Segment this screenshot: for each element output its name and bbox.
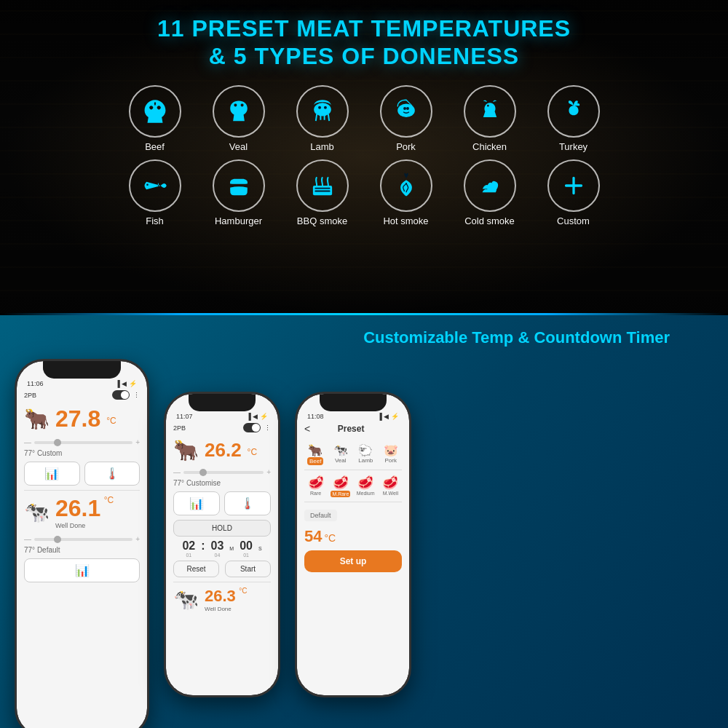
svg-rect-12 <box>314 190 330 191</box>
phone-2-status-bar: 11:07 ▐ ◀ ⚡ <box>166 411 278 422</box>
phone-2-thermo-btn[interactable]: 🌡️ <box>224 491 271 515</box>
bbq-smoke-label: BBQ smoke <box>297 215 347 226</box>
meat-item-custom[interactable]: Custom <box>537 159 610 226</box>
phone-2-temp1: 26.2 <box>205 439 242 462</box>
phone-1-toggle-dot <box>121 391 129 399</box>
phone-1-signal: ▐ ◀ ⚡ <box>116 380 137 387</box>
phone-1-toggle-row: ⋮ <box>112 390 140 400</box>
veal-icon <box>223 96 254 127</box>
meat-item-pork[interactable]: Pork <box>370 85 443 152</box>
hamburger-icon-circle <box>213 159 265 212</box>
phone-2-cow-icon: 🐂 <box>173 438 199 462</box>
phone-1-header: 2PB ⋮ <box>17 389 147 401</box>
phone-3-beef-icon: 🐂 <box>308 443 323 457</box>
phone-3-pork-item[interactable]: 🐷 Pork <box>380 443 403 465</box>
phone-1-chart-btn[interactable]: 📊 <box>24 462 80 486</box>
chicken-label: Chicken <box>472 141 507 152</box>
turkey-icon <box>558 96 589 127</box>
phone-1-slider2[interactable]: — + <box>24 535 140 543</box>
phone-2-content: 🐂 26.2 °C — + 77° Customise 📊 🌡️ HOLD <box>166 434 278 695</box>
bbq-smoke-icon <box>307 170 338 201</box>
phone-2-thumb <box>199 469 207 476</box>
phone-3-setup-btn[interactable]: Set up <box>304 550 402 572</box>
meat-item-veal[interactable]: Veal <box>202 85 275 152</box>
phone-3-screen: 11:08 ▐ ◀ ⚡ < Preset 🐂 Beef 🐄 Veal <box>297 394 409 695</box>
meat-item-fish[interactable]: Fish <box>119 159 191 226</box>
phone-3-lamb-item[interactable]: 🐑 Lamb <box>355 443 377 465</box>
phone-3-lamb-label: Lamb <box>358 457 373 464</box>
phone-1-toggle[interactable] <box>112 390 130 400</box>
phone-1-content: 🐂 27.8 °C — + 77° Custom 📊 🌡️ <box>17 401 147 728</box>
phone-3-back[interactable]: < <box>304 423 310 435</box>
phone-2-temp2: 26.3 <box>205 587 236 605</box>
cold-smoke-icon-circle <box>464 159 516 212</box>
fish-icon-circle <box>129 159 181 212</box>
pork-label: Pork <box>396 141 416 152</box>
meat-icons-grid: Beef Veal <box>119 85 610 226</box>
phone-3-medium-item[interactable]: 🥩 Medium <box>355 475 377 497</box>
phone-3-meat-grid: 🐂 Beef 🐄 Veal 🐑 Lamb 🐷 Pork <box>304 443 402 465</box>
svg-rect-9 <box>230 189 248 191</box>
meat-item-beef[interactable]: Beef <box>119 85 191 152</box>
phone-2-unit1: °C <box>248 447 257 457</box>
meat-item-chicken[interactable]: Chicken <box>454 85 526 152</box>
phone-2-chart-btn[interactable]: 📊 <box>173 491 220 515</box>
phone-2-timer-m-sub: 04 <box>211 553 224 558</box>
phone-1-thumb1 <box>54 439 61 446</box>
phone-1-btns1: 📊 🌡️ <box>24 462 140 486</box>
phone-3-beef-item[interactable]: 🐂 Beef <box>304 443 327 465</box>
meat-item-turkey[interactable]: Turkey <box>537 85 610 152</box>
meat-item-lamb[interactable]: Lamb <box>286 85 359 152</box>
phone-2-probe1: 🐂 26.2 °C <box>173 438 271 462</box>
phone-1-chart-btn2[interactable]: 📊 <box>24 558 140 582</box>
phone-1-notch <box>43 361 121 379</box>
phone-3-rare-item[interactable]: 🥩 Rare <box>304 475 327 497</box>
hamburger-label: Hamburger <box>215 215 262 226</box>
phone-2-cow2-icon: 🐄 <box>173 587 199 612</box>
phone-2-divider <box>173 582 271 582</box>
custom-plus-icon <box>558 170 589 201</box>
phone-2-header: 2PB ⋮ <box>166 422 278 434</box>
main-title: 11 PRESET MEAT TEMPERATURES & 5 TYPES OF… <box>157 15 571 71</box>
phone-2-start-btn[interactable]: Start <box>225 561 271 577</box>
phone-2-hold-btn[interactable]: HOLD <box>173 520 271 537</box>
phone-2-time: 11:07 <box>176 413 193 420</box>
phone-2-btns: 📊 🌡️ <box>173 491 271 515</box>
phone-2-toggle[interactable] <box>243 423 261 432</box>
phone-1-probe2: 🐄 26.1 °C Well Done <box>24 495 140 529</box>
veal-label: Veal <box>229 141 248 152</box>
beef-icon-circle <box>129 85 181 138</box>
phone-1-preset1: 77° Custom <box>24 449 140 457</box>
phone-1-divider <box>24 490 140 491</box>
phone-2-timer-s: 00 <box>240 539 253 553</box>
bottom-title: Customizable Temp & Countdown Timer <box>363 328 670 347</box>
svg-point-6 <box>406 107 409 110</box>
phone-1-thermo-btn[interactable]: 🌡️ <box>84 462 141 486</box>
meat-item-bbq-smoke[interactable]: BBQ smoke <box>286 159 359 226</box>
phone-2-timer-h: 02 <box>182 539 195 553</box>
meat-item-hamburger[interactable]: Hamburger <box>202 159 275 226</box>
pork-icon <box>391 96 422 127</box>
phone-3-veal-icon: 🐄 <box>333 443 348 457</box>
hamburger-icon <box>223 170 254 201</box>
meat-item-hot-smoke[interactable]: Hot smoke <box>370 159 443 226</box>
phone-2-reset-btn[interactable]: Reset <box>173 561 219 577</box>
bottom-section: Customizable Temp & Countdown Timer 11:0… <box>0 315 728 728</box>
phone-3-mwell-item[interactable]: 🥩 M.Well <box>379 475 402 497</box>
phone-1-slider1[interactable]: — + <box>24 438 140 446</box>
phone-1-thumb2 <box>54 536 61 543</box>
phone-3-medium-icon: 🥩 <box>357 475 373 491</box>
phone-3-signal: ▐ ◀ ⚡ <box>378 413 399 420</box>
lamb-icon-circle <box>296 85 349 138</box>
phone-3-notch <box>320 394 387 411</box>
svg-rect-8 <box>230 187 248 189</box>
veal-icon-circle <box>213 85 265 138</box>
meat-item-cold-smoke[interactable]: Cold smoke <box>454 159 526 226</box>
phone-2-timer-s-sub: 01 <box>240 553 253 558</box>
phone-3-pork-label: Pork <box>385 457 397 464</box>
phone-3-doneness-grid: 🥩 Rare 🥩 M.Rare 🥩 Medium 🥩 M.Well <box>304 475 402 497</box>
phone-3-veal-item[interactable]: 🐄 Veal <box>330 443 352 465</box>
phone-2-slider[interactable]: — + <box>173 468 271 476</box>
phone-2-unit2: °C <box>239 587 247 595</box>
phone-3-mrare-item[interactable]: 🥩 M.Rare <box>329 475 352 497</box>
